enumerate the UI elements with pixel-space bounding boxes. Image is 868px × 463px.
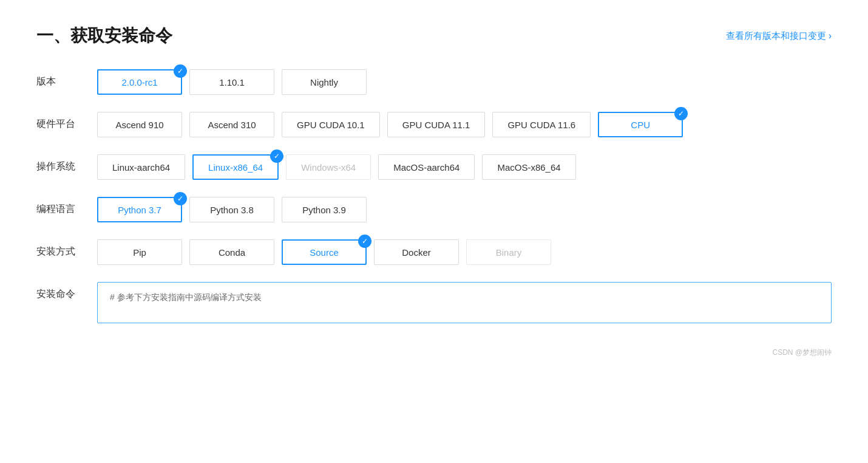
option-h1[interactable]: Ascend 910: [97, 112, 182, 137]
options-version: 2.0.0-rc1✓1.10.1Nightly: [97, 69, 832, 95]
check-badge-icon: ✓: [674, 107, 688, 120]
option-i5: Binary: [466, 239, 551, 265]
options-python: Python 3.7✓Python 3.8Python 3.9: [97, 197, 832, 222]
option-i4[interactable]: Docker: [374, 239, 459, 265]
option-v1[interactable]: 2.0.0-rc1✓: [97, 69, 182, 95]
option-o4[interactable]: MacOS-aarch64: [378, 154, 475, 180]
check-badge-icon: ✓: [174, 192, 187, 205]
install-command-row: 安装命令 # 参考下方安装指南中源码编译方式安装: [36, 282, 832, 323]
label-version: 版本: [36, 69, 97, 88]
install-command-label: 安装命令: [36, 282, 97, 301]
view-all-link[interactable]: 查看所有版本和接口变更 ›: [726, 30, 832, 42]
form-section: 版本2.0.0-rc1✓1.10.1Nightly硬件平台Ascend 910A…: [36, 69, 832, 265]
option-p3[interactable]: Python 3.9: [282, 197, 367, 222]
label-install: 安装方式: [36, 239, 97, 258]
option-o5[interactable]: MacOS-x86_64: [482, 154, 575, 180]
row-version: 版本2.0.0-rc1✓1.10.1Nightly: [36, 69, 832, 95]
check-badge-icon: ✓: [174, 64, 187, 78]
command-box: # 参考下方安装指南中源码编译方式安装: [97, 282, 832, 323]
option-h2[interactable]: Ascend 310: [189, 112, 274, 137]
row-hardware: 硬件平台Ascend 910Ascend 310GPU CUDA 10.1GPU…: [36, 112, 832, 137]
check-badge-icon: ✓: [270, 149, 283, 163]
option-v3[interactable]: Nightly: [282, 69, 367, 95]
option-o3: Windows-x64: [286, 154, 371, 180]
option-h3[interactable]: GPU CUDA 10.1: [282, 112, 380, 137]
page-title: 一、获取安装命令: [36, 24, 172, 47]
row-python: 编程语言Python 3.7✓Python 3.8Python 3.9: [36, 197, 832, 222]
option-o2[interactable]: Linux-x86_64✓: [192, 154, 279, 180]
view-all-label: 查看所有版本和接口变更: [726, 30, 826, 42]
option-h6[interactable]: CPU✓: [598, 112, 683, 137]
option-i3[interactable]: Source✓: [282, 239, 367, 265]
label-hardware: 硬件平台: [36, 112, 97, 131]
options-hardware: Ascend 910Ascend 310GPU CUDA 10.1GPU CUD…: [97, 112, 832, 137]
options-install: PipCondaSource✓DockerBinary: [97, 239, 832, 265]
label-python: 编程语言: [36, 197, 97, 216]
option-i1[interactable]: Pip: [97, 239, 182, 265]
option-i2[interactable]: Conda: [189, 239, 274, 265]
option-h5[interactable]: GPU CUDA 11.6: [492, 112, 591, 137]
footer-credit: CSDN @梦想闹钟: [36, 348, 832, 358]
row-install: 安装方式PipCondaSource✓DockerBinary: [36, 239, 832, 265]
option-p2[interactable]: Python 3.8: [189, 197, 274, 222]
chevron-right-icon: ›: [829, 30, 832, 41]
label-os: 操作系统: [36, 154, 97, 173]
option-p1[interactable]: Python 3.7✓: [97, 197, 182, 222]
option-v2[interactable]: 1.10.1: [189, 69, 274, 95]
option-o1[interactable]: Linux-aarch64: [97, 154, 185, 180]
check-badge-icon: ✓: [358, 235, 371, 248]
option-h4[interactable]: GPU CUDA 11.1: [387, 112, 486, 137]
options-os: Linux-aarch64Linux-x86_64✓Windows-x64Mac…: [97, 154, 832, 180]
row-os: 操作系统Linux-aarch64Linux-x86_64✓Windows-x6…: [36, 154, 832, 180]
